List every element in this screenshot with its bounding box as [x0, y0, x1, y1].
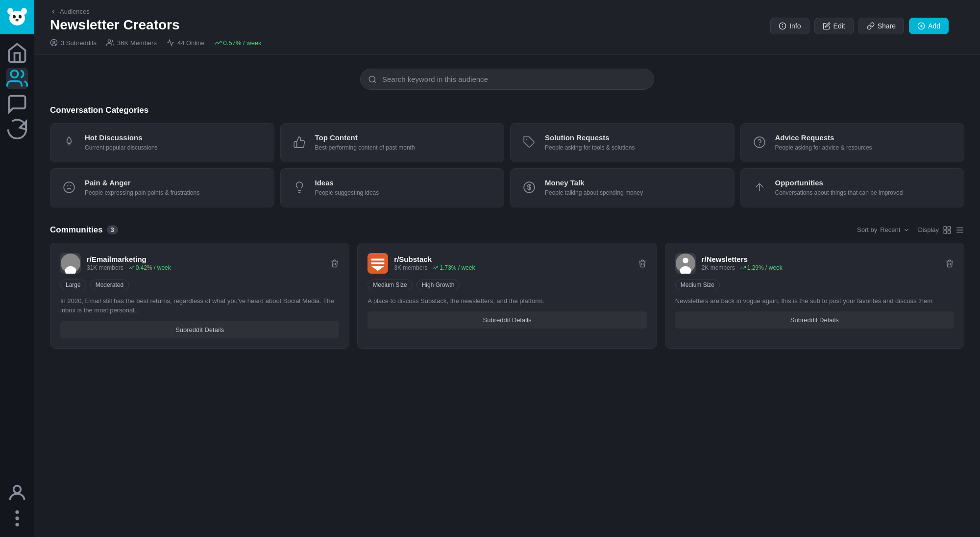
svg-point-12 [16, 524, 18, 526]
svg-rect-34 [944, 227, 946, 229]
subreddits-meta: 3 Subreddits [50, 39, 97, 47]
category-hot-discussions[interactable]: Hot Discussions Current popular discussi… [50, 123, 274, 162]
emailmarketing-avatar [60, 253, 81, 274]
svg-rect-36 [944, 230, 946, 233]
lightbulb-icon [291, 179, 308, 196]
svg-point-25 [754, 137, 765, 148]
svg-point-15 [108, 40, 110, 42]
svg-point-2 [9, 11, 25, 26]
sad-icon [60, 179, 78, 196]
sidebar-nav [6, 34, 28, 474]
emailmarketing-tags: Large Moderated [60, 280, 339, 290]
communities-count: 3 [107, 225, 118, 234]
category-pain-anger[interactable]: Pain & Anger People expressing pain poin… [50, 168, 274, 207]
communities-controls: Sort by Recent Display [857, 226, 964, 234]
share-button[interactable]: Share [858, 18, 904, 34]
search-icon [368, 75, 377, 84]
category-top-content[interactable]: Top Content Best-performing content of p… [280, 123, 505, 162]
svg-point-6 [16, 19, 19, 21]
sidebar-item-profile[interactable] [6, 482, 28, 504]
svg-point-10 [16, 511, 18, 513]
delete-substack-button[interactable] [638, 259, 647, 268]
edit-button[interactable]: Edit [814, 18, 854, 34]
category-solution-requests[interactable]: Solution Requests People asking for tool… [510, 123, 735, 162]
community-newsletters: r/Newsletters 2K members 1.29% / week [665, 243, 964, 349]
categories-title: Conversation Categories [50, 105, 964, 115]
growth-meta: 0.57% / week [215, 39, 262, 47]
substack-tags: Medium Size High Growth [368, 280, 646, 290]
sidebar [0, 0, 34, 537]
dollar-icon [520, 179, 538, 196]
grid-view-button[interactable] [943, 226, 952, 234]
main-area: Audiences Newsletter Creators 3 Subreddi… [34, 0, 980, 537]
thumbsup-icon [291, 133, 308, 151]
svg-point-14 [53, 41, 55, 43]
community-emailmarketing: r/Emailmarketing 31K members 0.42% / wee… [50, 243, 349, 349]
category-advice-requests[interactable]: Advice Requests People asking for advice… [740, 123, 965, 162]
sidebar-bottom [6, 474, 28, 537]
newsletters-avatar [675, 253, 696, 274]
add-button[interactable]: Add [909, 18, 949, 34]
search-wrap [360, 69, 654, 90]
svg-point-48 [683, 257, 688, 263]
sidebar-item-home[interactable] [6, 42, 28, 64]
breadcrumb: Audiences [50, 8, 964, 15]
svg-point-7 [11, 71, 18, 78]
svg-rect-35 [948, 227, 951, 229]
search-bar [50, 69, 964, 90]
flame-icon [60, 133, 78, 151]
sidebar-item-discussions[interactable] [6, 93, 28, 115]
substack-details-button[interactable]: Subreddit Details [368, 311, 646, 329]
page-header: Audiences Newsletter Creators 3 Subreddi… [34, 0, 980, 55]
svg-point-9 [14, 486, 21, 493]
communities-grid: r/Emailmarketing 31K members 0.42% / wee… [50, 243, 964, 349]
header-area: Audiences Newsletter Creators 3 Subreddi… [50, 8, 964, 47]
members-meta: 36K Members [106, 39, 157, 47]
online-meta: 44 Online [167, 39, 205, 47]
delete-newsletters-button[interactable] [945, 259, 954, 268]
substack-avatar [368, 253, 388, 274]
svg-point-22 [369, 76, 375, 82]
community-substack: r/Substack 3K members 1.73% / week [357, 243, 657, 349]
question-icon [751, 133, 768, 151]
svg-point-4 [19, 15, 22, 19]
sort-control[interactable]: Sort by Recent [857, 226, 910, 233]
svg-point-3 [13, 15, 16, 19]
header-meta: 3 Subreddits 36K Members 44 Online [50, 39, 964, 47]
emailmarketing-details-button[interactable]: Subreddit Details [60, 321, 339, 338]
sidebar-item-campaigns[interactable] [6, 119, 28, 140]
category-ideas[interactable]: Ideas People suggesting ideas [280, 168, 505, 207]
newsletters-details-button[interactable]: Subreddit Details [675, 311, 954, 329]
svg-line-23 [374, 81, 375, 82]
list-view-button[interactable] [956, 226, 964, 234]
app-logo [0, 0, 34, 34]
arrow-up-icon [751, 179, 768, 196]
communities-header: Communities 3 Sort by Recent Display [50, 225, 964, 235]
search-input[interactable] [360, 69, 654, 90]
delete-emailmarketing-button[interactable] [330, 259, 339, 268]
category-money-talk[interactable]: Money Talk People talking about spending… [510, 168, 735, 207]
category-opportunities[interactable]: Opportunities Conversations about things… [740, 168, 965, 207]
communities-title: Communities 3 [50, 225, 118, 235]
newsletters-tags: Medium Size [675, 280, 954, 290]
svg-rect-46 [371, 262, 385, 264]
svg-rect-45 [371, 258, 385, 260]
display-controls: Display [918, 226, 964, 234]
svg-point-11 [16, 517, 18, 519]
info-button[interactable]: Info [770, 18, 809, 34]
categories-grid: Hot Discussions Current popular discussi… [50, 123, 964, 207]
svg-rect-37 [948, 230, 951, 233]
svg-point-27 [64, 182, 74, 193]
sidebar-item-more[interactable] [6, 508, 28, 529]
content-area: Conversation Categories Hot Discussions … [34, 55, 980, 537]
header-actions: Info Edit Share [770, 18, 949, 34]
sidebar-item-audiences[interactable] [6, 68, 28, 89]
puzzle-icon [520, 133, 538, 151]
